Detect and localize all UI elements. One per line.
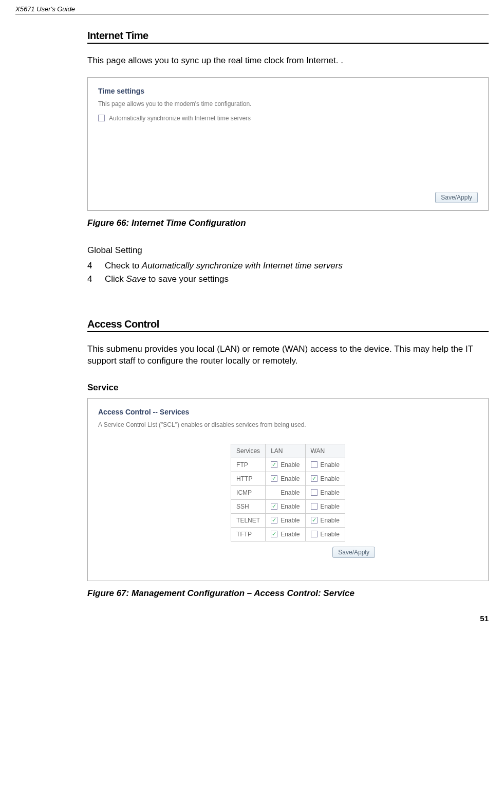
global-setting-label: Global Setting (87, 245, 489, 257)
list-text: Click Save to save your settings (105, 274, 229, 284)
table-row: ICMPEnableEnable (231, 485, 345, 499)
list-text: Check to Automatically synchronize with … (105, 261, 343, 271)
table-cell: Enable (305, 527, 345, 541)
services-table: ServicesLANWAN FTPEnableEnableHTTPEnable… (231, 444, 345, 542)
table-header: WAN (305, 444, 345, 458)
service-name: TFTP (231, 527, 266, 541)
table-header: LAN (266, 444, 305, 458)
list-number: 4 (87, 261, 94, 271)
table-cell: Enable (305, 485, 345, 499)
steps-list: 4Check to Automatically synchronize with… (87, 261, 489, 284)
enable-label: Enable (281, 461, 300, 468)
auto-sync-row: Automatically synchronize with Internet … (98, 115, 478, 122)
service-subhead: Service (87, 383, 489, 393)
doc-header: X5671 User's Guide (15, 5, 489, 14)
enable-checkbox[interactable] (271, 461, 277, 468)
enable-label: Enable (321, 489, 340, 496)
enable-checkbox[interactable] (271, 517, 277, 524)
table-cell: Enable (266, 499, 305, 513)
table-cell: Enable (266, 513, 305, 527)
list-item: 4Click Save to save your settings (87, 274, 489, 284)
table-row: SSHEnableEnable (231, 499, 345, 513)
table-cell: Enable (305, 458, 345, 472)
service-name: SSH (231, 499, 266, 513)
table-row: FTPEnableEnable (231, 458, 345, 472)
enable-checkbox[interactable] (271, 503, 277, 510)
auto-sync-label: Automatically synchronize with Internet … (109, 115, 251, 122)
figure-caption-67: Figure 67: Management Configuration – Ac… (87, 588, 489, 599)
enable-label: Enable (321, 503, 340, 510)
page-content: Internet Time This page allows you to sy… (15, 30, 489, 599)
enable-label: Enable (321, 461, 340, 468)
table-cell: Enable (266, 527, 305, 541)
service-name: FTP (231, 458, 266, 472)
page-number: 51 (15, 614, 489, 623)
table-header: Services (231, 444, 266, 458)
enable-checkbox[interactable] (311, 503, 318, 510)
table-cell: Enable (266, 458, 305, 472)
enable-label: Enable (281, 517, 300, 524)
enable-checkbox[interactable] (311, 475, 318, 482)
table-cell: Enable (305, 499, 345, 513)
enable-checkbox[interactable] (311, 517, 318, 524)
table-row: TELNETEnableEnable (231, 513, 345, 527)
table-cell: Enable (305, 513, 345, 527)
enable-label: Enable (321, 517, 340, 524)
enable-checkbox[interactable] (311, 531, 318, 537)
figure-caption-66: Figure 66: Internet Time Configuration (87, 218, 489, 228)
service-name: TELNET (231, 513, 266, 527)
service-name: HTTP (231, 472, 266, 485)
figure-title: Time settings (98, 87, 478, 95)
figure-desc-ac: A Service Control List ("SCL") enables o… (98, 421, 478, 428)
table-row: HTTPEnableEnable (231, 472, 345, 485)
intro-text-ac: This submenu provides you local (LAN) or… (87, 344, 489, 367)
table-cell: Enable (266, 472, 305, 485)
figure-time-settings: Time settings This page allows you to th… (87, 77, 489, 211)
table-cell: Enable (266, 485, 305, 499)
table-cell: Enable (305, 472, 345, 485)
list-number: 4 (87, 274, 94, 284)
figure-title-ac: Access Control -- Services (98, 408, 478, 416)
figure-access-control: Access Control -- Services A Service Con… (87, 398, 489, 581)
enable-label: Enable (281, 503, 300, 510)
enable-label: Enable (281, 531, 300, 538)
enable-label: Enable (321, 475, 340, 482)
service-name: ICMP (231, 485, 266, 499)
save-apply-button[interactable]: Save/Apply (435, 192, 478, 203)
intro-text: This page allows you to sync up the real… (87, 55, 489, 67)
enable-label: Enable (321, 531, 340, 538)
enable-checkbox[interactable] (311, 461, 318, 468)
section-title-internet-time: Internet Time (87, 30, 489, 44)
figure-desc: This page allows you to the modem's time… (98, 100, 478, 107)
list-item: 4Check to Automatically synchronize with… (87, 261, 489, 271)
enable-checkbox[interactable] (271, 475, 277, 482)
enable-checkbox[interactable] (271, 531, 277, 537)
enable-label: Enable (281, 489, 300, 496)
enable-label: Enable (281, 475, 300, 482)
enable-checkbox[interactable] (311, 489, 318, 496)
auto-sync-checkbox[interactable] (98, 115, 105, 121)
section-title-access-control: Access Control (87, 318, 489, 332)
save-apply-button-ac[interactable]: Save/Apply (332, 547, 375, 558)
table-row: TFTPEnableEnable (231, 527, 345, 541)
